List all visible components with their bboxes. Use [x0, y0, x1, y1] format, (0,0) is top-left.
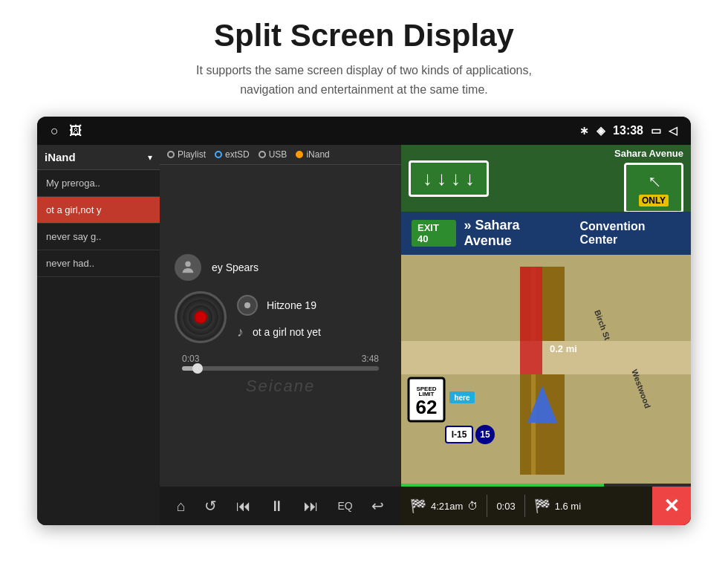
source-tab-extsd-label: extSD — [225, 149, 250, 160]
exit-street: » Sahara Avenue — [464, 218, 565, 249]
radio-dot-playlist — [167, 151, 175, 158]
highway-only-sign: ↑ ONLY — [624, 163, 683, 213]
down-arrow-3: ↓ — [451, 167, 461, 190]
device-frame: ○ 🖼 ∗ ◈ 13:38 ▭ ◁ iNand ▾ My preroga.. o… — [37, 117, 691, 525]
artist-icon — [175, 254, 201, 281]
nav-bottom-bar: 🏁 4:21am ⏱ 0:03 🏁 1.6 mi — [401, 487, 691, 525]
sahara-top-label: Sahara Avenue — [614, 148, 683, 159]
remaining-section: 🏁 1.6 mi — [525, 498, 590, 514]
music-panel: iNand ▾ My preroga.. ot a girl,not y nev… — [37, 145, 401, 525]
playlist-sidebar: iNand ▾ My preroga.. ot a girl,not y nev… — [37, 145, 160, 525]
svg-point-0 — [185, 261, 190, 267]
source-tab-extsd[interactable]: extSD — [215, 149, 250, 160]
source-tab-playlist[interactable]: Playlist — [167, 149, 206, 160]
diagonal-arrow-icon: ↑ — [642, 169, 666, 194]
now-playing: ey Spears — [160, 165, 401, 487]
page-title: Split Screen Display — [214, 18, 514, 53]
source-tab-inand[interactable]: iNand — [296, 149, 329, 160]
pause-button[interactable]: ⏸ — [264, 495, 290, 518]
flag-start-icon: 🏁 — [410, 498, 426, 514]
progress-area: 0:03 3:48 — [175, 354, 386, 371]
album-name: Hitzone 19 — [267, 299, 316, 311]
remaining-dist: 1.6 mi — [555, 501, 581, 512]
nav-map: ↓ ↓ ↓ ↓ Sahara Avenue ↑ ONLY EXIT 40 — [401, 145, 691, 525]
radio-dot-extsd — [215, 151, 222, 158]
music-content: Playlist extSD USB iNand — [160, 145, 401, 525]
flag-end-icon: 🏁 — [534, 498, 550, 514]
only-label: ONLY — [639, 195, 669, 207]
source-tab-playlist-label: Playlist — [178, 149, 206, 160]
progress-bar[interactable] — [182, 366, 379, 371]
back-icon: ◁ — [669, 124, 677, 137]
svg-rect-4 — [401, 341, 691, 374]
seicane-watermark: Seicane — [246, 377, 316, 396]
progress-thumb[interactable] — [192, 363, 203, 374]
radio-dot-usb — [259, 151, 266, 158]
status-time: 13:38 — [613, 124, 643, 137]
artist-row: ey Spears — [175, 254, 386, 281]
down-arrow-1: ↓ — [423, 167, 432, 190]
svg-text:15: 15 — [480, 429, 490, 440]
dropdown-arrow-icon: ▾ — [148, 152, 152, 163]
circle-icon: ○ — [51, 123, 59, 139]
playlist-header[interactable]: iNand ▾ — [37, 145, 160, 170]
exit-place: Convention Center — [580, 220, 680, 247]
vinyl-disc — [175, 291, 227, 343]
eq-button[interactable]: EQ — [331, 497, 358, 515]
status-bar: ○ 🖼 ∗ ◈ 13:38 ▭ ◁ — [37, 117, 691, 145]
elapsed-section: 0:03 — [487, 501, 524, 512]
source-tabs: Playlist extSD USB iNand — [160, 145, 401, 165]
eta-time: 4:21am — [431, 501, 463, 512]
time-current: 0:03 — [182, 354, 199, 364]
svg-text:I-15: I-15 — [452, 429, 467, 440]
radio-dot-inand — [296, 151, 303, 158]
svg-rect-5 — [520, 267, 542, 374]
highway-sign-left: ↓ ↓ ↓ ↓ — [409, 160, 489, 197]
nav-info-flex: 🏁 4:21am ⏱ 0:03 🏁 1.6 mi — [401, 495, 652, 517]
svg-text:here: here — [454, 394, 470, 402]
bluetooth-icon: ∗ — [579, 124, 589, 137]
progress-times: 0:03 3:48 — [182, 354, 379, 364]
image-icon: 🖼 — [69, 123, 82, 139]
music-note-icon: ♪ — [237, 325, 244, 340]
map-svg: Birch St Westwood SPEED LIMIT 62 here — [401, 255, 691, 487]
exit-sign-bar: EXIT 40 » Sahara Avenue Convention Cente… — [401, 212, 691, 255]
source-tab-inand-label: iNand — [306, 149, 329, 160]
window-icon: ▭ — [651, 124, 661, 137]
playlist-item-3[interactable]: never had.. — [37, 250, 160, 277]
song-name: ot a girl not yet — [253, 326, 321, 338]
clock-icon: ⏱ — [467, 500, 478, 512]
next-button[interactable]: ⏭ — [298, 495, 325, 518]
playlist-item-2[interactable]: never say g.. — [37, 224, 160, 250]
source-tab-usb-label: USB — [269, 149, 287, 160]
playlist-item-0[interactable]: My preroga.. — [37, 170, 160, 197]
nav-panel: ↓ ↓ ↓ ↓ Sahara Avenue ↑ ONLY EXIT 40 — [401, 145, 691, 525]
nav-close-button[interactable]: ✕ — [652, 487, 691, 525]
page-subtitle: It supports the same screen display of t… — [196, 61, 532, 99]
artist-name: ey Spears — [212, 261, 259, 273]
source-tab-usb[interactable]: USB — [259, 149, 287, 160]
location-icon: ◈ — [597, 124, 605, 137]
control-bar: ⌂ ↺ ⏮ ⏸ ⏭ EQ ↩ — [160, 487, 401, 525]
home-button[interactable]: ⌂ — [171, 495, 192, 518]
elapsed-time: 0:03 — [496, 501, 515, 512]
back-button[interactable]: ↩ — [365, 494, 390, 518]
repeat-button[interactable]: ↺ — [198, 494, 223, 518]
eta-section: 🏁 4:21am ⏱ — [401, 498, 487, 514]
source-label: iNand — [45, 151, 148, 163]
playlist-item-1[interactable]: ot a girl,not y — [37, 197, 160, 224]
album-row: Hitzone 19 ♪ ot a girl not yet — [175, 291, 386, 343]
main-area: iNand ▾ My preroga.. ot a girl,not y nev… — [37, 145, 691, 525]
track-info: ey Spears — [175, 254, 386, 354]
svg-text:62: 62 — [416, 396, 438, 418]
vinyl-center — [194, 310, 207, 324]
svg-text:0.2 mi: 0.2 mi — [550, 343, 577, 354]
highway-sign-area: ↓ ↓ ↓ ↓ Sahara Avenue ↑ ONLY — [401, 145, 691, 212]
prev-button[interactable]: ⏮ — [230, 495, 257, 518]
time-total: 3:48 — [362, 354, 379, 364]
down-arrow-2: ↓ — [437, 167, 446, 190]
exit-badge: EXIT 40 — [412, 220, 456, 247]
map-road-area: Birch St Westwood SPEED LIMIT 62 here — [401, 255, 691, 487]
down-arrow-4: ↓ — [465, 167, 475, 190]
